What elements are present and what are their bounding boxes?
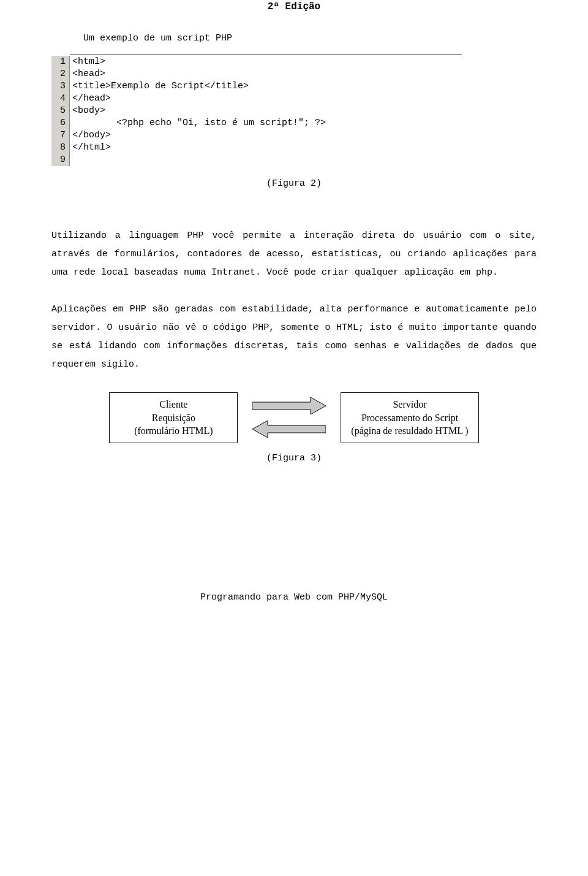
- code-text: <?php echo "Oi, isto é um script!"; ?>: [70, 117, 462, 129]
- line-number: 3: [51, 80, 70, 93]
- diagram-server-line1: Servidor: [351, 398, 468, 411]
- code-text: <body>: [70, 105, 462, 117]
- line-number: 7: [51, 129, 70, 142]
- example-subtitle: Um exemplo de um script PHP: [51, 33, 537, 44]
- line-number: 9: [51, 154, 70, 166]
- code-line: 5<body>: [51, 105, 462, 117]
- code-text: <head>: [70, 68, 462, 80]
- code-text: </html>: [70, 142, 462, 154]
- diagram-client-box: Cliente Requisição (formulário HTML): [109, 392, 238, 443]
- code-line: 4</head>: [51, 93, 462, 105]
- diagram-server-line3: (página de resuldado HTML ): [351, 424, 468, 438]
- line-number: 1: [51, 56, 70, 68]
- paragraph-1: Utilizando a linguagem PHP você permite …: [51, 227, 537, 282]
- line-number: 2: [51, 68, 70, 80]
- code-line: 7</body>: [51, 129, 462, 142]
- page-footer: Programando para Web com PHP/MySQL: [51, 592, 537, 603]
- arrow-right-icon: [252, 397, 326, 414]
- diagram-arrows: [252, 397, 326, 438]
- diagram-server-line2: Processamento do Script: [351, 411, 468, 425]
- diagram-server-box: Servidor Processamento do Script (página…: [341, 392, 478, 443]
- line-number: 8: [51, 142, 70, 154]
- paragraph-2: Aplicações em PHP são geradas com estabi…: [51, 300, 537, 374]
- code-line: 8</html>: [51, 142, 462, 154]
- code-text: <title>Exemplo de Script</title>: [70, 80, 462, 93]
- code-line: 2<head>: [51, 68, 462, 80]
- line-number: 5: [51, 105, 70, 117]
- figure2-caption: (Figura 2): [51, 178, 537, 189]
- code-text: </head>: [70, 93, 462, 105]
- arrow-left-icon: [252, 421, 326, 438]
- code-editor-figure: 1<html> 2<head> 3<title>Exemplo de Scrip…: [51, 55, 462, 166]
- diagram-client-line1: Cliente: [119, 398, 227, 411]
- diagram-client-line2: Requisição: [119, 411, 227, 425]
- line-number: 6: [51, 117, 70, 129]
- code-line: 6 <?php echo "Oi, isto é um script!"; ?>: [51, 117, 462, 129]
- figure3-caption: (Figura 3): [51, 453, 537, 463]
- line-number: 4: [51, 93, 70, 105]
- code-text: </body>: [70, 129, 462, 142]
- code-line: 9: [51, 154, 462, 166]
- svg-marker-0: [252, 397, 326, 414]
- code-text: <html>: [70, 56, 462, 68]
- page-header-title: 2ª Edição: [51, 0, 537, 12]
- code-line: 3<title>Exemplo de Script</title>: [51, 80, 462, 93]
- client-server-diagram: Cliente Requisição (formulário HTML) Ser…: [51, 392, 537, 443]
- svg-marker-1: [252, 421, 326, 438]
- code-line: 1<html>: [51, 56, 462, 68]
- diagram-client-line3: (formulário HTML): [119, 424, 227, 438]
- code-text: [70, 154, 462, 166]
